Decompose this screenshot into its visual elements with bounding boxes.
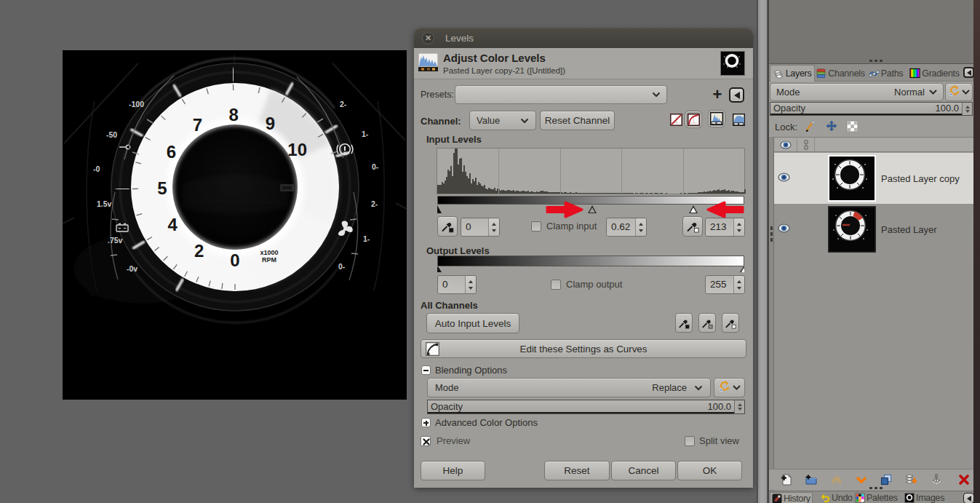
- pick-black-point-button[interactable]: [437, 216, 458, 237]
- layer-list-header[interactable]: [774, 137, 973, 152]
- blend-space-dropdown[interactable]: [714, 378, 745, 397]
- input-high-spinbox[interactable]: 213: [705, 218, 745, 237]
- split-view-checkbox[interactable]: [685, 436, 695, 446]
- input-gamma-slider[interactable]: [588, 205, 597, 213]
- new-layer-group-button[interactable]: [805, 473, 818, 486]
- advanced-color-options-label[interactable]: Advanced Color Options: [435, 417, 538, 428]
- lock-pixels-icon[interactable]: [805, 119, 817, 135]
- input-low-spinbox[interactable]: 0: [461, 218, 500, 237]
- dialog-opacity-slider[interactable]: Opacity 100.0: [427, 400, 745, 414]
- log-histogram-toggle[interactable]: [731, 112, 746, 127]
- new-layer-button[interactable]: [780, 473, 793, 486]
- output-high-slider[interactable]: [740, 266, 744, 272]
- spin-down-icon[interactable]: [466, 285, 476, 293]
- dialog-titlebar[interactable]: ✕ Levels: [414, 28, 753, 48]
- clamp-output-checkbox[interactable]: [551, 280, 561, 290]
- input-high-slider[interactable]: [689, 205, 698, 213]
- dock-resize-grip[interactable]: [769, 137, 774, 503]
- add-preset-button[interactable]: +: [708, 86, 727, 103]
- edit-as-curves-button[interactable]: Edit these Settings as Curves: [421, 339, 746, 358]
- blending-options-label[interactable]: Blending Options: [435, 365, 507, 376]
- layer-mode-group-dropdown[interactable]: [945, 83, 973, 101]
- duplicate-layer-button[interactable]: [880, 473, 893, 486]
- spin-up-icon[interactable]: [466, 276, 476, 285]
- spin-down-icon[interactable]: [734, 285, 744, 293]
- visibility-eye-icon[interactable]: [778, 223, 791, 235]
- pick-white-point-button[interactable]: [682, 216, 703, 237]
- layer-row-pasted-layer-copy[interactable]: Pasted Layer copy: [774, 153, 973, 204]
- linear-trc-toggle[interactable]: [669, 112, 683, 127]
- clamp-input-checkbox[interactable]: [531, 221, 541, 231]
- reset-channel-button[interactable]: Reset Channel: [540, 111, 615, 130]
- linear-histogram-toggle[interactable]: [709, 111, 724, 126]
- delete-layer-button[interactable]: [957, 473, 971, 486]
- pick-all-gray-point-button[interactable]: [698, 313, 716, 333]
- help-button[interactable]: Help: [421, 461, 485, 480]
- layer-name[interactable]: Pasted Layer copy: [881, 173, 960, 184]
- dock-drag-handle[interactable]: [869, 487, 883, 489]
- lock-alpha-icon[interactable]: [846, 120, 859, 135]
- preview-checkbox[interactable]: [421, 436, 431, 446]
- tab-paths[interactable]: Paths: [866, 65, 906, 82]
- image-tachometer-photo: 0245678910 x1000 RPM -100-50-01.5v.75v-0…: [63, 50, 407, 400]
- layer-opacity-slider[interactable]: Opacity 100.0: [770, 102, 973, 116]
- spin-down-icon[interactable]: [489, 227, 499, 236]
- lock-position-icon[interactable]: [826, 120, 837, 134]
- bottom-dock-menu-button[interactable]: [963, 493, 974, 503]
- canvas-vertical-scrollbar[interactable]: [757, 0, 769, 503]
- blend-mode-label: Mode: [435, 382, 459, 393]
- visibility-eye-icon[interactable]: [778, 173, 791, 184]
- input-gamma-spinbox[interactable]: 0.62: [606, 218, 647, 237]
- pick-all-white-point-button[interactable]: [722, 313, 739, 333]
- layer-name[interactable]: Pasted Layer: [881, 224, 937, 235]
- reset-button[interactable]: Reset: [544, 461, 610, 480]
- tab-history[interactable]: History: [770, 492, 813, 503]
- layer-mode-dropdown[interactable]: Mode Normal: [770, 83, 944, 101]
- blend-mode-dropdown[interactable]: Mode Replace: [427, 378, 711, 397]
- output-low-spinbox[interactable]: 0: [437, 275, 477, 294]
- advanced-color-options-expander-icon[interactable]: [421, 418, 431, 427]
- spin-up-icon[interactable]: [734, 276, 744, 285]
- spin-up-icon[interactable]: [734, 218, 744, 227]
- layer-thumbnail[interactable]: [828, 155, 876, 204]
- tab-images[interactable]: Images: [903, 492, 946, 503]
- output-high-spinbox[interactable]: 255: [705, 275, 745, 294]
- anchor-layer-button[interactable]: [930, 473, 943, 486]
- layer-row-pasted-layer[interactable]: Pasted Layer: [774, 204, 973, 255]
- opacity-spin-buttons[interactable]: [962, 103, 972, 115]
- gauge-number: 7: [193, 115, 202, 135]
- perceptual-trc-toggle[interactable]: [686, 112, 701, 127]
- scrollbar-thumb[interactable]: [757, 0, 768, 503]
- tab-paths-label: Paths: [881, 68, 903, 79]
- presets-dropdown[interactable]: [455, 85, 667, 104]
- tab-gradients[interactable]: Gradients: [907, 65, 963, 82]
- tab-channels[interactable]: Channels: [816, 65, 865, 82]
- spin-down-icon[interactable]: [734, 227, 744, 236]
- presets-menu-button[interactable]: [729, 87, 744, 103]
- spin-up-icon[interactable]: [636, 218, 646, 227]
- tab-undo[interactable]: Undo: [818, 492, 854, 503]
- tab-palettes[interactable]: Palettes: [853, 492, 899, 503]
- dialog-opacity-label: Opacity: [431, 401, 463, 412]
- input-low-slider[interactable]: [437, 205, 442, 213]
- auto-input-levels-button[interactable]: Auto Input Levels: [426, 313, 519, 333]
- raise-layer-button[interactable]: [830, 473, 843, 486]
- merge-down-button[interactable]: [904, 473, 917, 486]
- ok-button[interactable]: OK: [677, 461, 742, 480]
- output-low-slider[interactable]: [437, 266, 442, 272]
- layer-opacity-label: Opacity: [773, 103, 805, 114]
- spin-up-icon[interactable]: [489, 218, 499, 227]
- lower-layer-button[interactable]: [855, 473, 868, 486]
- input-histogram[interactable]: [437, 148, 745, 194]
- close-icon[interactable]: ✕: [422, 32, 434, 44]
- layer-thumbnail[interactable]: [828, 206, 876, 255]
- blending-options-expander-icon[interactable]: [421, 365, 431, 375]
- pick-all-black-point-button[interactable]: [675, 313, 693, 333]
- dock-menu-button[interactable]: [963, 67, 974, 78]
- opacity-spin-buttons[interactable]: [734, 400, 744, 413]
- channel-dropdown[interactable]: Value: [469, 111, 536, 130]
- tab-layers[interactable]: Layers: [770, 65, 815, 82]
- cancel-button[interactable]: Cancel: [611, 461, 676, 480]
- dock-drag-handle[interactable]: [869, 60, 883, 62]
- spin-down-icon[interactable]: [636, 227, 646, 236]
